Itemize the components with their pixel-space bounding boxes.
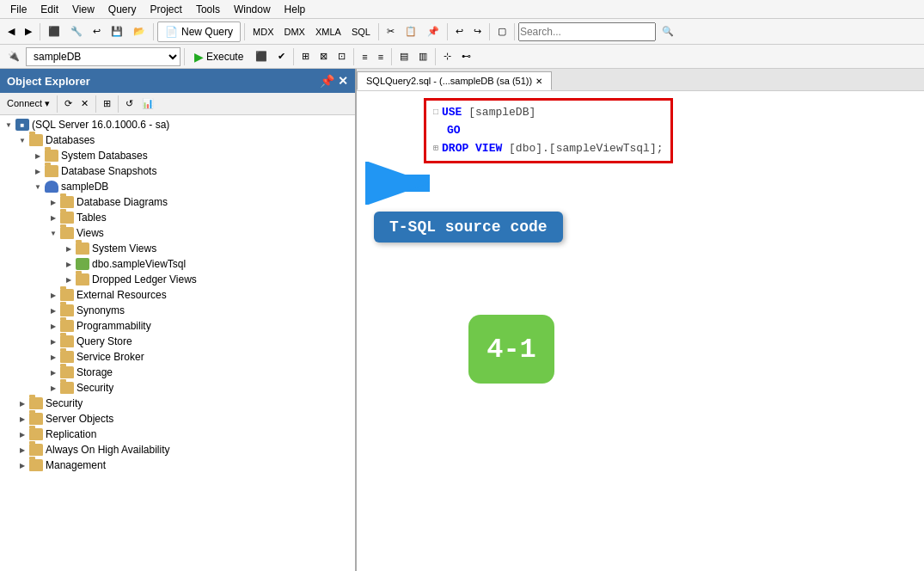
dropped-ledger-expander[interactable] [62, 273, 76, 286]
execute-button[interactable]: ▶ Execute [188, 47, 249, 66]
menu-view[interactable]: View [65, 2, 101, 17]
toolbar2-btn5[interactable]: ⊡ [333, 46, 350, 67]
oe-reload-btn[interactable]: ↺ [122, 95, 137, 113]
toolbar2-btn7[interactable]: ≡ [374, 46, 388, 67]
tb-copy[interactable]: 📋 [401, 21, 421, 42]
tb-mdx[interactable]: MDX [248, 21, 278, 42]
management-expander[interactable] [15, 458, 29, 472]
tree-item-management[interactable]: Management [0, 457, 355, 473]
menu-file[interactable]: File [3, 2, 34, 17]
tree-item-sys-dbs[interactable]: System Databases [0, 148, 355, 163]
server-expander[interactable] [2, 118, 15, 132]
line1-expand[interactable]: □ [433, 106, 438, 120]
tree-item-sample-view[interactable]: dbo.sampleViewTsql [0, 256, 355, 272]
views-expander[interactable] [46, 226, 60, 240]
security-db-expander[interactable] [46, 381, 60, 395]
tree-item-service-broker[interactable]: Service Broker [0, 349, 355, 365]
tb-icon5[interactable]: 📂 [129, 21, 150, 42]
tree-item-replication[interactable]: Replication [0, 427, 355, 442]
db-snaps-expander[interactable] [31, 164, 45, 178]
storage-expander[interactable] [46, 365, 60, 379]
sys-dbs-expander[interactable] [31, 149, 45, 163]
tb-redo[interactable]: ↪ [469, 21, 486, 42]
always-on-expander[interactable] [15, 443, 29, 457]
oe-filter-btn[interactable]: ⊞ [100, 95, 114, 113]
sample-view-expander[interactable] [62, 257, 76, 271]
synonyms-expander[interactable] [46, 304, 60, 317]
toolbar2-btn4[interactable]: ⊠ [315, 46, 332, 67]
tb-sql[interactable]: SQL [347, 21, 375, 42]
search-box[interactable] [518, 22, 656, 41]
tree-item-server[interactable]: (SQL Server 16.0.1000.6 - sa) [0, 117, 355, 132]
back-btn[interactable]: ◀ [3, 21, 19, 42]
toolbar2-btn6[interactable]: ≡ [358, 46, 371, 67]
tree-item-always-on[interactable]: Always On High Availability [0, 442, 355, 457]
new-query-button[interactable]: 📄 New Query [157, 21, 241, 42]
search-go[interactable]: 🔍 [658, 21, 678, 42]
tb-undo[interactable]: ↩ [451, 21, 468, 42]
tree-item-ext-resources[interactable]: External Resources [0, 287, 355, 303]
tree-item-dropped-ledger[interactable]: Dropped Ledger Views [0, 272, 355, 287]
oe-graph-btn[interactable]: 📊 [138, 95, 157, 113]
menu-query[interactable]: Query [101, 2, 144, 17]
tree-item-synonyms[interactable]: Synonyms [0, 303, 355, 318]
programmability-expander[interactable] [46, 319, 60, 333]
tree-item-sys-views[interactable]: System Views [0, 241, 355, 256]
forward-btn[interactable]: ▶ [21, 21, 36, 42]
tree-item-sampledb[interactable]: sampleDB [0, 179, 355, 194]
menu-project[interactable]: Project [144, 2, 189, 17]
tb-icon2[interactable]: 🔧 [66, 21, 87, 42]
oe-refresh-btn[interactable]: ⟳ [61, 95, 76, 113]
tree-item-storage[interactable]: Storage [0, 365, 355, 380]
tree-item-server-objects[interactable]: Server Objects [0, 411, 355, 427]
query-store-expander[interactable] [46, 335, 60, 348]
tb-dmx[interactable]: DMX [279, 21, 309, 42]
security-expander[interactable] [15, 396, 29, 410]
tb-icon4[interactable]: 💾 [107, 21, 127, 42]
toolbar2-btn8[interactable]: ▤ [395, 46, 413, 67]
toolbar2-icon1[interactable]: 🔌 [3, 46, 24, 67]
oe-close-icon[interactable]: ✕ [338, 74, 348, 88]
tree-item-programmability[interactable]: Programmability [0, 318, 355, 334]
tb-more[interactable]: ▢ [493, 21, 511, 42]
database-selector[interactable]: sampleDB [26, 47, 181, 66]
tb-paste[interactable]: 📌 [423, 21, 444, 42]
server-objects-expander[interactable] [15, 412, 29, 426]
tree-item-views[interactable]: Views [0, 225, 355, 241]
tab-close-btn[interactable]: ✕ [535, 77, 542, 86]
stop-btn[interactable]: ⬛ [251, 46, 272, 67]
service-broker-expander[interactable] [46, 350, 60, 364]
oe-delete-btn[interactable]: ✕ [77, 95, 92, 113]
line3-expand[interactable]: ⊞ [433, 142, 438, 156]
tree-item-security-db[interactable]: Security [0, 380, 355, 396]
tree-item-security[interactable]: Security [0, 396, 355, 411]
db-diagrams-expander[interactable] [46, 195, 60, 209]
tree-item-db-snaps[interactable]: Database Snapshots [0, 163, 355, 179]
replication-expander[interactable] [15, 427, 29, 441]
databases-expander[interactable] [15, 133, 29, 147]
tb-xmla[interactable]: XMLA [311, 21, 346, 42]
tb-icon3[interactable]: ↩ [89, 21, 105, 42]
sampledb-expander[interactable] [31, 180, 45, 193]
menu-window[interactable]: Window [227, 2, 278, 17]
tree-item-db-diagrams[interactable]: Database Diagrams [0, 194, 355, 210]
tables-expander[interactable] [46, 211, 60, 224]
menu-edit[interactable]: Edit [34, 2, 65, 17]
toolbar2-btn3[interactable]: ⊞ [297, 46, 314, 67]
sys-views-expander[interactable] [62, 242, 76, 255]
tree-item-tables[interactable]: Tables [0, 210, 355, 225]
oe-pin-icon[interactable]: 📌 [320, 74, 334, 88]
toolbar2-btn10[interactable]: ⊹ [439, 46, 456, 67]
tb-icon1[interactable]: ⬛ [44, 21, 64, 42]
ext-resources-expander[interactable] [46, 288, 60, 302]
tb-cut[interactable]: ✂ [382, 21, 399, 42]
tree-item-databases[interactable]: Databases [0, 132, 355, 148]
tree-item-query-store[interactable]: Query Store [0, 334, 355, 349]
query-tab[interactable]: SQLQuery2.sql - (...sampleDB (sa (51)) ✕ [357, 71, 552, 90]
menu-tools[interactable]: Tools [189, 2, 227, 17]
toolbar2-btn9[interactable]: ▥ [414, 46, 431, 67]
connect-button[interactable]: Connect ▾ [3, 95, 53, 113]
parse-btn[interactable]: ✔ [273, 46, 290, 67]
menu-help[interactable]: Help [278, 2, 313, 17]
toolbar2-btn11[interactable]: ⊷ [457, 46, 475, 67]
